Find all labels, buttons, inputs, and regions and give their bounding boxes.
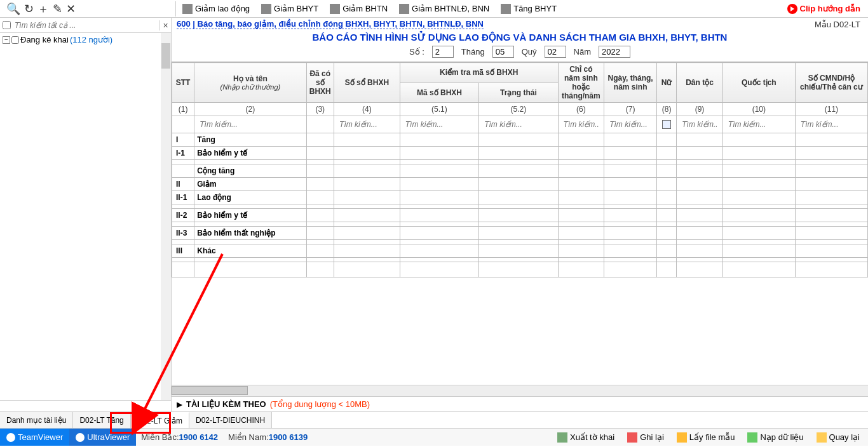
col-stt[interactable]: STT [172, 63, 194, 103]
filter-cmnd[interactable] [798, 118, 865, 131]
so-label: Số : [409, 47, 424, 57]
template-icon [677, 432, 687, 443]
add-icon[interactable]: ＋ [37, 1, 49, 17]
attach-note: (Tổng dung lượng < 10MB) [270, 399, 370, 409]
nam-input[interactable] [599, 46, 630, 58]
form-template-label: Mẫu D02-LT [815, 20, 863, 29]
ultraviewer-button[interactable]: UltraViewer [69, 429, 136, 446]
phone-north: Miền Bắc:1900 6142 [136, 432, 223, 442]
tab-danhmuc[interactable]: Danh mục tài liệu [0, 412, 73, 428]
table-row[interactable] [172, 240, 868, 244]
filter-dantoc[interactable] [679, 118, 720, 131]
table-row[interactable] [172, 258, 868, 262]
thang-input[interactable] [492, 46, 514, 58]
expand-right-icon: ▶ [177, 400, 182, 409]
filter-soso[interactable] [337, 118, 397, 131]
col-ngaysinh[interactable]: Ngày, tháng, năm sinh [604, 63, 657, 103]
filter-ngaysinh[interactable] [607, 118, 654, 131]
card-up-icon [501, 4, 511, 14]
btn-label: Giảm BHTN [342, 4, 388, 13]
col-hoten[interactable]: Họ và tên(Nhập chữ thường) [194, 63, 306, 103]
giam-bhtnld-button[interactable]: Giảm BHTNLĐ, BNN [394, 3, 494, 15]
tree-root-checkbox[interactable] [11, 36, 19, 44]
col-soso[interactable]: Số sổ BHXH [334, 63, 400, 103]
col-dantoc[interactable]: Dân tộc [677, 63, 723, 103]
thang-label: Tháng [461, 47, 485, 57]
filter-quoctich[interactable] [726, 118, 792, 131]
nap-dulieu-button[interactable]: Nạp dữ liệu [742, 430, 809, 444]
filter-maso[interactable] [403, 118, 476, 131]
tree-label: Đang kê khai [20, 35, 69, 44]
delete-icon[interactable]: ✕ [66, 2, 76, 16]
col-ktms[interactable]: Kiểm tra mã số BHXH [400, 63, 558, 83]
export-icon [557, 432, 567, 443]
card-down-icon [399, 4, 409, 14]
edit-icon[interactable]: ✎ [53, 2, 62, 16]
teamviewer-button[interactable]: TeamViewer [0, 429, 69, 446]
tang-bhyt-button[interactable]: Tăng BHYT [496, 3, 562, 15]
ultraviewer-icon [76, 433, 85, 442]
giam-bhtn-button[interactable]: Giảm BHTN [325, 3, 393, 15]
tab-d02lt-dieuchinh[interactable]: D02-LT-DIEUCHINH [189, 412, 272, 428]
col-daco[interactable]: Đã có số BHXH [306, 63, 334, 103]
data-grid[interactable]: STT Họ và tên(Nhập chữ thường) Đã có số … [172, 62, 868, 277]
clip-guide-link[interactable]: Clip hướng dẫn [787, 4, 865, 14]
clip-label: Clip hướng dẫn [800, 4, 860, 13]
back-icon [817, 432, 827, 443]
tree-scrollbar[interactable] [161, 33, 171, 400]
quy-label: Quý [522, 47, 537, 57]
so-input[interactable] [432, 46, 454, 58]
report-title: BÁO CÁO TÌNH HÌNH SỬ DỤNG LAO ĐỘNG VÀ DA… [172, 30, 868, 44]
card-down-icon [261, 4, 271, 14]
ghi-lai-button[interactable]: Ghi lại [621, 430, 670, 444]
grid-hscrollbar[interactable] [172, 385, 868, 396]
person-down-icon [182, 4, 193, 14]
table-row[interactable] [172, 222, 868, 227]
quay-lai-button[interactable]: Quay lại [811, 430, 865, 444]
col-nu[interactable]: Nữ [657, 63, 677, 103]
card-down-icon [330, 4, 340, 14]
table-row[interactable] [172, 160, 868, 164]
btn-label: Giảm lao động [195, 4, 250, 13]
employee-tree[interactable]: − Đang kê khai (112 người) [0, 33, 171, 400]
phone-south: Miền Nam:1900 6139 [223, 432, 313, 442]
filter-hoten[interactable] [197, 118, 303, 131]
quy-input[interactable] [545, 46, 566, 58]
xuat-tokhai-button[interactable]: Xuất tờ khai [552, 430, 620, 444]
tab-d02lt-giam[interactable]: D02-LT Giảm [131, 412, 189, 428]
filter-chico[interactable] [561, 118, 602, 131]
filter-nu-checkbox-icon[interactable] [662, 120, 671, 129]
teamviewer-icon [6, 433, 15, 442]
lay-filemau-button[interactable]: Lấy file mẫu [671, 430, 741, 444]
clear-search-icon[interactable]: × [159, 20, 171, 30]
tree-footer [0, 400, 171, 411]
refresh-icon[interactable]: ↻ [24, 2, 34, 16]
search-input[interactable] [13, 20, 159, 31]
doc-code[interactable]: 600 | Báo tăng, báo giảm, điều chỉnh đón… [177, 19, 484, 29]
tree-root-item[interactable]: − Đang kê khai (112 người) [3, 34, 168, 45]
col-trangthai[interactable]: Trạng thái [479, 83, 558, 103]
col-chico[interactable]: Chỉ có năm sinh hoặc tháng/năm [558, 63, 604, 103]
search-all-checkbox[interactable] [3, 21, 11, 29]
search-icon[interactable]: 🔍 [6, 2, 20, 16]
btn-label: Giảm BHTNLĐ, BNN [412, 4, 489, 13]
col-maso[interactable]: Mã số BHXH [400, 83, 478, 103]
col-cmnd[interactable]: Số CMND/Hộ chiếu/Thẻ căn cư [795, 63, 867, 103]
giam-bhyt-button[interactable]: Giảm BHYT [256, 3, 323, 15]
btn-label: Tăng BHYT [513, 4, 557, 13]
save-icon [627, 432, 637, 443]
tree-count: (112 người) [70, 35, 112, 44]
play-icon [787, 4, 797, 14]
btn-label: Giảm BHYT [274, 4, 318, 13]
nam-label: Năm [574, 47, 591, 57]
giam-laodong-button[interactable]: Giảm lao động [177, 3, 255, 15]
collapse-icon[interactable]: − [3, 36, 10, 44]
tab-d02lt-tang[interactable]: D02-LT Tăng [73, 412, 130, 428]
load-icon [747, 432, 757, 443]
attach-label: TÀI LIỆU KÈM THEO [186, 399, 266, 409]
table-row[interactable] [172, 204, 868, 209]
attachments-toggle[interactable]: ▶ TÀI LIỆU KÈM THEO (Tổng dung lượng < 1… [172, 396, 868, 411]
col-quoctich[interactable]: Quốc tịch [722, 63, 795, 103]
filter-trangthai[interactable] [482, 118, 555, 131]
